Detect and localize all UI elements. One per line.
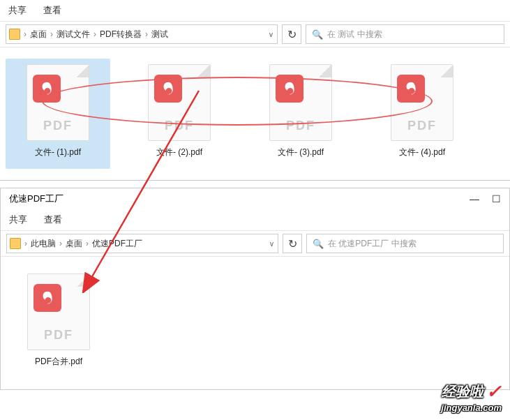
files-pane[interactable]: PDF PDF合并.pdf <box>1 257 509 389</box>
pdf-label: PDF <box>44 328 73 343</box>
pdf-app-icon <box>33 284 61 312</box>
file-item[interactable]: PDF 文件- (1).pdf <box>6 59 110 169</box>
file-item[interactable]: PDF 文件- (3).pdf <box>248 59 353 169</box>
search-box[interactable]: 🔍 <box>306 234 504 253</box>
file-name: 文件- (2).pdf <box>156 147 202 158</box>
file-thumbnail: PDF <box>269 64 332 141</box>
files-pane[interactable]: PDF 文件- (1).pdf PDF 文件- (2).pdf PDF 文件- … <box>0 47 510 180</box>
chevron-right-icon: › <box>22 29 29 39</box>
refresh-icon: ↻ <box>288 237 297 250</box>
address-bar-row: › 此电脑 › 桌面 › 优速PDF工厂 v ↻ 🔍 <box>1 230 509 257</box>
breadcrumb-item[interactable]: 测试 <box>151 29 168 40</box>
tab-share[interactable]: 共享 <box>9 213 27 226</box>
file-name: PDF合并.pdf <box>35 356 82 368</box>
explorer-window-2: 优速PDF工厂 — ☐ 共享 查看 › 此电脑 › 桌面 › 优速PDF工厂 v… <box>0 188 510 390</box>
search-input[interactable] <box>327 29 498 39</box>
tab-share[interactable]: 共享 <box>8 4 27 17</box>
pdf-app-icon <box>276 75 303 103</box>
title-bar: 优速PDF工厂 — ☐ <box>1 188 509 209</box>
maximize-button[interactable]: ☐ <box>492 193 501 204</box>
chevron-right-icon: › <box>48 29 55 39</box>
file-thumbnail: PDF <box>27 273 90 350</box>
chevron-right-icon: › <box>143 29 150 39</box>
folder-icon <box>9 29 20 40</box>
breadcrumb-item[interactable]: 优速PDF工厂 <box>92 238 142 250</box>
window-title: 优速PDF工厂 <box>9 193 470 205</box>
pdf-label: PDF <box>286 119 315 133</box>
search-box[interactable]: 🔍 <box>306 24 504 44</box>
breadcrumb[interactable]: › 桌面 › 测试文件 › PDF转换器 › 测试 v <box>6 24 278 44</box>
breadcrumb-item[interactable]: PDF转换器 <box>100 29 142 40</box>
file-thumbnail: PDF <box>27 64 89 141</box>
pdf-label: PDF <box>43 119 73 133</box>
tab-view[interactable]: 查看 <box>44 213 62 226</box>
chevron-right-icon: › <box>22 239 29 248</box>
file-item[interactable]: PDF 文件- (2).pdf <box>127 59 232 169</box>
file-item[interactable]: PDF 文件- (4).pdf <box>370 59 474 169</box>
ribbon-tabs: 共享 查看 <box>1 209 509 230</box>
refresh-icon: ↻ <box>287 28 297 41</box>
pdf-label: PDF <box>407 119 437 133</box>
breadcrumb[interactable]: › 此电脑 › 桌面 › 优速PDF工厂 v <box>6 234 278 253</box>
tab-view[interactable]: 查看 <box>43 4 61 17</box>
file-item[interactable]: PDF PDF合并.pdf <box>6 268 111 378</box>
watermark-url: jingyanla.com <box>441 403 502 413</box>
folder-icon <box>10 238 21 249</box>
chevron-right-icon: › <box>84 239 91 248</box>
breadcrumb-item[interactable]: 桌面 <box>30 29 47 40</box>
pdf-app-icon <box>33 75 61 103</box>
chevron-right-icon: › <box>57 239 64 248</box>
file-name: 文件- (3).pdf <box>278 147 324 158</box>
window-controls: — ☐ <box>470 193 501 204</box>
search-input[interactable] <box>328 239 497 248</box>
ribbon-tabs: 共享 查看 <box>0 0 510 21</box>
breadcrumb-item[interactable]: 测试文件 <box>57 29 90 40</box>
breadcrumb-item[interactable]: 桌面 <box>66 238 82 250</box>
search-icon: 🔍 <box>313 239 324 249</box>
pdf-label: PDF <box>165 119 194 133</box>
file-thumbnail: PDF <box>391 64 453 141</box>
file-name: 文件- (4).pdf <box>399 147 445 158</box>
pdf-app-icon <box>154 75 182 103</box>
explorer-window-1: 共享 查看 › 桌面 › 测试文件 › PDF转换器 › 测试 v ↻ 🔍 <box>0 0 510 181</box>
file-name: 文件- (1).pdf <box>35 147 81 158</box>
address-bar-row: › 桌面 › 测试文件 › PDF转换器 › 测试 v ↻ 🔍 <box>0 21 510 47</box>
refresh-button[interactable]: ↻ <box>283 234 302 253</box>
minimize-button[interactable]: — <box>470 193 479 204</box>
chevron-right-icon: › <box>91 29 98 39</box>
chevron-down-icon[interactable]: v <box>266 240 278 248</box>
breadcrumb-item[interactable]: 此电脑 <box>31 238 56 250</box>
file-thumbnail: PDF <box>148 64 211 141</box>
search-icon: 🔍 <box>312 29 323 40</box>
chevron-down-icon[interactable]: v <box>265 31 277 38</box>
refresh-button[interactable]: ↻ <box>282 24 301 44</box>
pdf-app-icon <box>397 75 425 103</box>
